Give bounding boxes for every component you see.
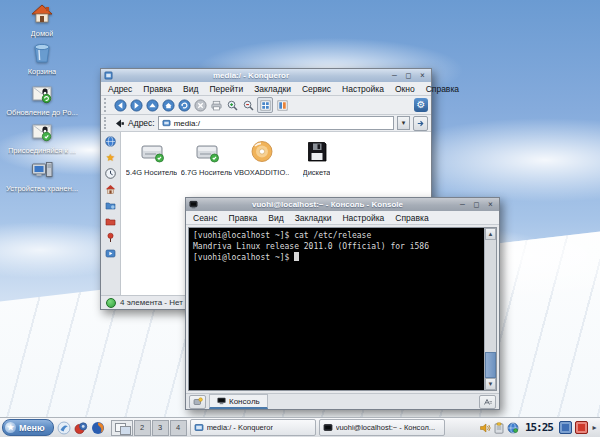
menu-view[interactable]: Вид [268, 213, 283, 223]
menu-help[interactable]: Справка [395, 213, 428, 223]
menu-help[interactable]: Справка [426, 84, 459, 94]
location-input[interactable]: media:/ [158, 116, 394, 130]
task-konsole[interactable]: vuohi@localhost:~ - Консол... [319, 419, 445, 436]
root-folder-icon[interactable] [104, 215, 118, 228]
desktop-icon-upgrade[interactable]: Обновление до Po... [0, 82, 84, 117]
menu-bookmarks[interactable]: Закладки [254, 84, 291, 94]
go-arrow-icon [416, 119, 425, 128]
pager-desktop-3[interactable]: 3 [152, 420, 169, 436]
konsole-tab[interactable]: Консоль [209, 394, 268, 409]
home-icon[interactable] [104, 183, 118, 196]
stop-button[interactable] [193, 98, 207, 112]
menu-edit[interactable]: Правка [229, 213, 258, 223]
terminal-wrap: [vuohi@localhost ~]$ cat /etc/releaseMan… [186, 225, 499, 393]
minimize-button[interactable]: – [389, 70, 400, 81]
desktop-icon-join[interactable]: Присоединяйся к ... [0, 120, 84, 155]
file-item-drive1[interactable]: 5.4G Носитель [124, 139, 179, 177]
print-button[interactable] [209, 98, 223, 112]
close-button[interactable]: × [485, 199, 496, 210]
menu-edit[interactable]: Правка [143, 84, 172, 94]
kmenu-label: Меню [19, 423, 45, 433]
pager-desktop-2[interactable]: 2 [134, 420, 151, 436]
harddrive-icon [194, 139, 220, 165]
launcher-firefox[interactable] [91, 421, 105, 435]
back-button[interactable] [113, 98, 127, 112]
menu-bookmarks[interactable]: Закладки [295, 213, 332, 223]
history-clock-icon[interactable] [104, 167, 118, 180]
close-button[interactable]: × [417, 70, 428, 81]
menu-view[interactable]: Вид [183, 84, 198, 94]
kmenu-button[interactable]: ★ Меню [2, 419, 54, 436]
speaker-icon[interactable] [479, 422, 491, 434]
join-envelope-icon [30, 120, 54, 144]
terminal-line: [vuohi@localhost ~]$ cat /etc/release [193, 230, 480, 241]
addressbar-grip[interactable] [104, 117, 109, 130]
scroll-up-arrow[interactable]: ▲ [485, 228, 496, 240]
minimize-button[interactable]: – [457, 199, 468, 210]
file-item-drive2[interactable]: 6.7G Носитель [179, 139, 234, 177]
desktop-icon-storage[interactable]: Устройства хранен... [0, 158, 84, 193]
up-button[interactable] [145, 98, 159, 112]
task-konqueror[interactable]: media:/ - Konqueror [190, 419, 316, 436]
klipper-clipboard-icon[interactable] [493, 422, 505, 434]
stop-icon [194, 99, 207, 112]
scroll-down-arrow[interactable]: ▼ [485, 378, 496, 390]
menu-session[interactable]: Сеанс [193, 213, 218, 223]
icon-view-button[interactable] [257, 97, 273, 113]
launcher-system[interactable] [57, 421, 71, 435]
file-item-cdrom[interactable]: VBOXADDITIO... [234, 139, 289, 177]
pager-desktop-4[interactable]: 4 [170, 420, 187, 436]
terminal-scrollbar[interactable]: ▲ ▼ [484, 228, 496, 390]
go-button[interactable] [413, 116, 428, 131]
toolbar-grip[interactable] [104, 98, 109, 112]
media-player-icon[interactable] [104, 247, 118, 260]
konsole-tab-icon [217, 397, 226, 405]
clear-location-icon[interactable] [114, 118, 125, 129]
terminal[interactable]: [vuohi@localhost ~]$ cat /etc/releaseMan… [188, 227, 497, 391]
file-label: Дискета [303, 168, 331, 177]
location-dropdown-arrow[interactable]: ▾ [397, 116, 410, 130]
network-globe-icon[interactable] [507, 422, 519, 434]
bookmarks-star-icon[interactable]: ★ [104, 151, 118, 164]
konqueror-task-icon [194, 423, 204, 433]
pager-desktop-1[interactable] [111, 420, 133, 436]
menu-address[interactable]: Адрес [108, 84, 132, 94]
scroll-thumb[interactable] [485, 352, 496, 378]
media-location-icon [162, 119, 171, 128]
services-icon[interactable] [104, 231, 118, 244]
konsole-titlebar[interactable]: vuohi@localhost:~ - Консоль - Konsole – … [186, 198, 499, 211]
scroll-track[interactable] [485, 240, 496, 378]
zoom-out-button[interactable] [241, 98, 255, 112]
tab-options-button[interactable] [479, 395, 496, 409]
panel-hide-arrow[interactable]: ▸ [591, 423, 598, 432]
harddrive-icon [139, 139, 165, 165]
konqueror-titlebar[interactable]: media:/ - Konqueror – □ × [101, 69, 431, 82]
menu-settings[interactable]: Настройка [342, 84, 384, 94]
applet-update-icon[interactable] [575, 421, 588, 434]
taskbar-clock[interactable]: 15:25 [525, 421, 553, 434]
zoom-in-button[interactable] [225, 98, 239, 112]
back-icon [114, 99, 127, 112]
konqueror-menubar: Адрес Правка Вид Перейти Закладки Сервис… [101, 82, 431, 96]
menu-settings[interactable]: Настройка [342, 213, 384, 223]
applet-blue-icon[interactable] [559, 421, 572, 434]
file-item-floppy[interactable]: Дискета [289, 139, 344, 177]
desktop-icon-label: Обновление до Po... [6, 108, 77, 117]
desktop-icon-label: Корзина [28, 67, 57, 76]
web-globe-icon[interactable] [104, 135, 118, 148]
menu-tools[interactable]: Сервис [302, 84, 331, 94]
home-button[interactable] [161, 98, 175, 112]
new-session-button[interactable] [189, 395, 206, 409]
multicolumn-view-button[interactable] [275, 98, 289, 112]
desktop-icon-home[interactable]: Домой [0, 3, 84, 38]
reload-button[interactable] [177, 98, 191, 112]
network-folder-icon[interactable] [104, 199, 118, 212]
forward-button[interactable] [129, 98, 143, 112]
maximize-button[interactable]: □ [403, 70, 414, 81]
menu-window[interactable]: Окно [395, 84, 415, 94]
maximize-button[interactable]: □ [471, 199, 482, 210]
menu-go[interactable]: Перейти [209, 84, 243, 94]
launcher-control-center[interactable] [74, 421, 88, 435]
window-title: vuohi@localhost:~ - Консоль - Konsole [201, 200, 454, 209]
desktop-icon-trash[interactable]: Корзина [0, 41, 84, 76]
